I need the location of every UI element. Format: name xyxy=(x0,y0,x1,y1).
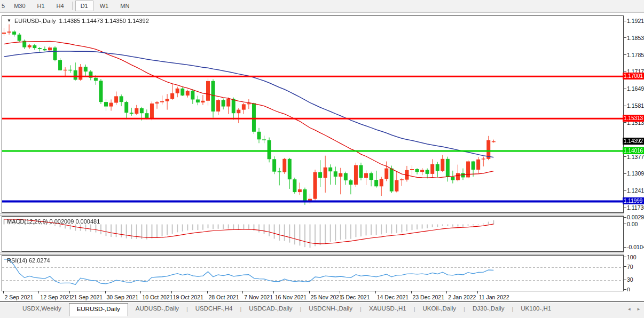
price-chart-canvas[interactable] xyxy=(2,16,623,212)
price-tick-dash xyxy=(624,173,626,174)
timeframe-button-w1[interactable]: W1 xyxy=(95,1,114,11)
tabs-scroll-right-icon[interactable]: ► xyxy=(637,307,641,312)
price-tick-dash xyxy=(624,106,626,106)
price-tick-label: 1.13090 xyxy=(627,170,644,177)
rsi-label: RSI(14) 62.0274 xyxy=(7,257,50,264)
date-tick xyxy=(140,291,141,293)
macd-tick-dash xyxy=(624,247,626,248)
timeframe-button-5[interactable]: 5 xyxy=(1,1,7,11)
tabs-scroll-left-icon[interactable]: ◄ xyxy=(627,307,631,312)
price-axis: 1.192101.185301.178501.171701.164901.158… xyxy=(624,13,644,302)
rsi-tick-dash xyxy=(624,289,626,290)
tab-scroll-arrows: ◄► xyxy=(627,304,641,312)
tab-uk100-h1[interactable]: UK100-,H1 xyxy=(513,304,559,315)
toolbar-separator xyxy=(72,2,73,10)
price-marker-1.17001: 1.17001 xyxy=(623,73,644,79)
price-tick-label: 1.18530 xyxy=(627,35,644,41)
tab-audusd-daily[interactable]: AUDUSD-,Daily xyxy=(128,304,186,315)
price-marker-1.14392: 1.14392 xyxy=(623,138,644,145)
date-label: 30 Sep 2021 xyxy=(107,294,139,300)
price-tick-label: 1.17850 xyxy=(627,52,644,58)
date-label: 7 Nov 2021 xyxy=(244,294,273,300)
price-tick-dash xyxy=(624,190,626,191)
date-tick xyxy=(309,291,310,293)
macd-panel: MACD(12,26,9) 0.002009 0.000481 xyxy=(2,216,624,252)
date-label: 23 Dec 2021 xyxy=(413,294,445,300)
rsi-axis-label: 100 xyxy=(627,254,637,260)
date-label: 12 Sep 2021 xyxy=(40,294,72,300)
date-tick xyxy=(446,291,447,293)
date-tick xyxy=(171,291,172,293)
rsi-canvas[interactable] xyxy=(2,256,623,291)
tab-ukoil-daily[interactable]: UKOil-,Daily xyxy=(415,304,464,315)
date-label: 11 Jan 2022 xyxy=(479,294,509,300)
price-tick-dash xyxy=(624,156,626,157)
date-label: 28 Oct 2021 xyxy=(209,294,239,300)
tab-usdchf-h4[interactable]: USDCHF-,H4 xyxy=(188,304,240,315)
tab-eurusd-daily[interactable]: EURUSD-,Daily xyxy=(69,303,128,316)
price-tick-label: 1.11730 xyxy=(627,204,644,211)
macd-axis-label: 0.002966 xyxy=(627,214,644,220)
date-tick xyxy=(340,291,340,293)
trading-terminal: 5M30H1H4D1W1MN ▼ EURUSD-,Daily 1.14385 1… xyxy=(0,0,644,318)
date-tick xyxy=(273,291,274,293)
date-axis: 2 Sep 202112 Sep 202121 Sep 202130 Sep 2… xyxy=(0,291,644,302)
price-tick-dash xyxy=(624,37,626,38)
date-label: 19 Oct 2021 xyxy=(173,294,203,300)
tab-usdx-weekly[interactable]: USDX,Weekly xyxy=(15,304,69,315)
date-label: 2 Sep 2021 xyxy=(5,294,34,300)
symbol-ohlc-values: 1.14385 1.14473 1.14350 1.14392 xyxy=(59,18,149,24)
price-tick-dash xyxy=(624,54,626,55)
date-tick xyxy=(207,291,208,293)
chart-symbol-label: ▼ EURUSD-,Daily 1.14385 1.14473 1.14350 … xyxy=(7,18,149,24)
date-label: 14 Dec 2021 xyxy=(377,294,409,300)
tab-usdcad-daily[interactable]: USDCAD-,Daily xyxy=(241,304,300,315)
date-label: 25 Nov 2021 xyxy=(311,294,343,300)
chart-dropdown-icon[interactable]: ▼ xyxy=(7,18,11,23)
timeframe-button-m30[interactable]: M30 xyxy=(9,1,30,11)
macd-tick-dash xyxy=(624,224,626,224)
chart-tabs-bar: USDX,WeeklyEURUSD-,DailyAUDUSD-,Daily|US… xyxy=(0,303,644,318)
date-tick xyxy=(105,291,106,293)
macd-axis-label: 0.00 xyxy=(627,221,638,227)
macd-tick-dash xyxy=(624,217,626,218)
date-label: 10 Oct 2021 xyxy=(142,294,172,300)
rsi-tick-dash xyxy=(624,280,626,280)
macd-label: MACD(12,26,9) 0.002009 0.000481 xyxy=(7,218,100,225)
price-tick-label: 1.16490 xyxy=(627,85,644,92)
tab-xauusd-h1[interactable]: XAUUSD-,H1 xyxy=(362,304,414,315)
price-tick-label: 1.12410 xyxy=(627,187,644,194)
price-marker-1.15313: 1.15313 xyxy=(623,115,644,122)
price-tick-dash xyxy=(624,122,626,123)
date-tick xyxy=(69,291,70,293)
timeframe-toolbar: 5M30H1H4D1W1MN xyxy=(0,0,644,13)
tab-dj30-daily[interactable]: DJ30-,Daily xyxy=(465,304,512,315)
date-tick xyxy=(477,291,478,293)
date-tick xyxy=(242,291,243,293)
price-tick-label: 1.15810 xyxy=(627,102,644,109)
date-label: 21 Sep 2021 xyxy=(71,294,103,300)
timeframe-button-h4[interactable]: H4 xyxy=(51,1,69,11)
date-label: 16 Nov 2021 xyxy=(275,294,307,300)
tab-usdcnh-daily[interactable]: USDCNH-,Daily xyxy=(301,304,360,315)
date-tick xyxy=(375,291,376,293)
macd-axis-label: -0.01042 xyxy=(627,244,644,250)
rsi-panel: RSI(14) 62.0274 xyxy=(2,255,624,291)
timeframe-button-mn[interactable]: MN xyxy=(115,1,135,11)
date-label: 2 Jan 2022 xyxy=(448,294,476,300)
date-tick xyxy=(411,291,412,293)
date-tick xyxy=(3,291,4,293)
price-tick-label: 1.13770 xyxy=(627,154,644,160)
date-tick xyxy=(38,291,39,293)
rsi-tick-dash xyxy=(624,266,626,267)
rsi-axis-label: 70 xyxy=(627,264,633,270)
date-label: 5 Dec 2021 xyxy=(341,294,370,300)
timeframe-button-d1[interactable]: D1 xyxy=(75,1,93,11)
main-price-panel: ▼ EURUSD-,Daily 1.14385 1.14473 1.14350 … xyxy=(2,15,624,213)
timeframe-button-h1[interactable]: H1 xyxy=(32,1,50,11)
price-tick-dash xyxy=(624,71,626,72)
symbol-name: EURUSD-,Daily xyxy=(14,18,56,24)
price-tick-dash xyxy=(624,89,626,89)
price-marker-1.11999: 1.11999 xyxy=(623,197,644,204)
price-tick-dash xyxy=(624,21,626,21)
